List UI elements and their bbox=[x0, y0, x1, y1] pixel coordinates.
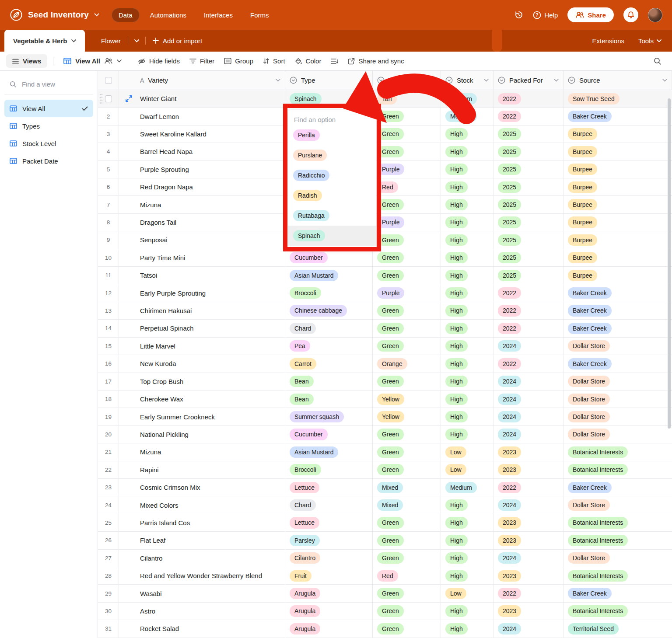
cell-stock[interactable]: High bbox=[441, 514, 494, 531]
row-number-cell[interactable]: 8 bbox=[98, 214, 119, 231]
cell-color[interactable]: Purple bbox=[373, 214, 441, 231]
tab-vegetable-herb[interactable]: Vegetable & Herb bbox=[4, 30, 85, 52]
cell-packed-for[interactable]: 2023 bbox=[494, 443, 564, 460]
cell-packed-for[interactable]: 2023 bbox=[494, 603, 564, 620]
cell-packed-for[interactable]: 2024 bbox=[494, 390, 564, 408]
add-or-import-button[interactable]: Add or import bbox=[146, 37, 209, 45]
cell-variety[interactable]: Purple Sprouting bbox=[119, 161, 285, 178]
cell-packed-for[interactable]: 2023 bbox=[494, 532, 564, 549]
cell-stock[interactable]: High bbox=[441, 373, 494, 390]
row-number-cell[interactable]: 14 bbox=[98, 320, 119, 337]
cell-stock[interactable]: High bbox=[441, 338, 494, 355]
row-number-cell[interactable]: 15 bbox=[98, 338, 119, 355]
row-number-cell[interactable]: 4 bbox=[98, 143, 119, 160]
cell-source[interactable]: Burpee bbox=[564, 126, 672, 143]
cell-packed-for[interactable]: 2022 bbox=[494, 108, 564, 125]
cell-color[interactable]: Mixed bbox=[373, 479, 441, 496]
row-number-cell[interactable]: 25 bbox=[98, 514, 119, 531]
cell-color[interactable]: Green bbox=[373, 426, 441, 443]
cell-color[interactable]: Tan bbox=[373, 90, 441, 107]
cell-source[interactable]: Burpee bbox=[564, 161, 672, 178]
cell-variety[interactable]: Wasabi bbox=[119, 585, 285, 602]
cell-source[interactable]: Burpee bbox=[564, 214, 672, 231]
cell-source[interactable]: Burpee bbox=[564, 267, 672, 284]
cell-packed-for[interactable]: 2022 bbox=[494, 284, 564, 301]
cell-packed-for[interactable]: 2025 bbox=[494, 249, 564, 266]
cell-color[interactable]: Green bbox=[373, 443, 441, 460]
cell-source[interactable]: Burpee bbox=[564, 143, 672, 160]
cell-packed-for[interactable]: 2023 bbox=[494, 567, 564, 584]
row-number-cell[interactable]: 24 bbox=[98, 496, 119, 513]
cell-type[interactable]: Arugula bbox=[285, 585, 373, 602]
cell-variety[interactable]: Little Marvel bbox=[119, 338, 285, 355]
cell-stock[interactable]: High bbox=[441, 126, 494, 143]
current-view-button[interactable]: View All bbox=[59, 55, 126, 67]
cell-type[interactable]: Cucumber bbox=[285, 426, 373, 443]
group-button[interactable]: Group bbox=[219, 55, 258, 67]
cell-variety[interactable]: Parris Island Cos bbox=[119, 514, 285, 531]
cell-color[interactable]: Green bbox=[373, 231, 441, 248]
column-header-packed-for[interactable]: Packed For bbox=[494, 71, 564, 90]
select-option-radicchio[interactable]: Radicchio bbox=[288, 165, 376, 185]
cell-color[interactable]: Green bbox=[373, 461, 441, 478]
cell-packed-for[interactable]: 2024 bbox=[494, 408, 564, 425]
cell-variety[interactable]: Mizuna bbox=[119, 196, 285, 213]
cell-packed-for[interactable]: 2024 bbox=[494, 496, 564, 513]
row-checkbox[interactable] bbox=[105, 95, 112, 102]
row-number-cell[interactable]: 22 bbox=[98, 461, 119, 478]
cell-color[interactable]: Yellow bbox=[373, 390, 441, 408]
column-header-variety[interactable]: AVariety bbox=[119, 71, 285, 90]
cell-source[interactable]: Botanical Interests bbox=[564, 567, 672, 584]
cell-source[interactable]: Burpee bbox=[564, 231, 672, 248]
row-number-cell[interactable]: 18 bbox=[98, 390, 119, 408]
cell-source[interactable]: Dollar Store bbox=[564, 390, 672, 408]
cell-type[interactable]: Lettuce bbox=[285, 479, 373, 496]
help-button[interactable]: ? Help bbox=[533, 11, 558, 19]
cell-type[interactable]: Pea bbox=[285, 338, 373, 355]
cell-variety[interactable]: Cilantro bbox=[119, 550, 285, 567]
row-number-cell[interactable]: 31 bbox=[98, 620, 119, 637]
cell-stock[interactable]: Low bbox=[441, 585, 494, 602]
search-button[interactable] bbox=[649, 55, 666, 68]
cell-stock[interactable]: High bbox=[441, 302, 494, 319]
cell-color[interactable]: Green bbox=[373, 550, 441, 567]
nav-item-forms[interactable]: Forms bbox=[243, 8, 276, 22]
cell-source[interactable]: Baker Creek bbox=[564, 585, 672, 602]
cell-packed-for[interactable]: 2025 bbox=[494, 126, 564, 143]
cell-stock[interactable]: Medium bbox=[441, 108, 494, 125]
cell-variety[interactable]: Winter Giant bbox=[119, 90, 285, 107]
cell-packed-for[interactable]: 2022 bbox=[494, 479, 564, 496]
cell-variety[interactable]: Rapini bbox=[119, 461, 285, 478]
select-option-perilla[interactable]: Perilla bbox=[288, 125, 376, 145]
cell-variety[interactable]: Senposai bbox=[119, 231, 285, 248]
cell-source[interactable]: Territorial Seed bbox=[564, 620, 672, 637]
cell-packed-for[interactable]: 2022 bbox=[494, 355, 564, 372]
cell-color[interactable]: Green bbox=[373, 514, 441, 531]
row-height-button[interactable] bbox=[326, 56, 343, 67]
cell-packed-for[interactable]: 2024 bbox=[494, 550, 564, 567]
cell-variety[interactable]: Party Time Mini bbox=[119, 249, 285, 266]
column-header-color[interactable]: Color bbox=[373, 71, 441, 90]
filter-button[interactable]: Filter bbox=[185, 55, 219, 67]
cell-stock[interactable]: High bbox=[441, 496, 494, 513]
cell-type[interactable]: Spinach bbox=[285, 90, 373, 107]
nav-item-automations[interactable]: Automations bbox=[143, 8, 193, 22]
row-number-cell[interactable]: 23 bbox=[98, 479, 119, 496]
cell-stock[interactable]: High bbox=[441, 161, 494, 178]
cell-source[interactable]: Baker Creek bbox=[564, 284, 672, 301]
cell-source[interactable]: Dollar Store bbox=[564, 408, 672, 425]
cell-packed-for[interactable]: 2024 bbox=[494, 426, 564, 443]
cell-variety[interactable]: Rocket Salad bbox=[119, 620, 285, 637]
cell-source[interactable]: Botanical Interests bbox=[564, 443, 672, 460]
cell-variety[interactable]: Red Dragon Napa bbox=[119, 178, 285, 195]
cell-stock[interactable]: Low bbox=[441, 461, 494, 478]
cell-type[interactable]: Chard bbox=[285, 496, 373, 513]
drag-handle-icon[interactable] bbox=[99, 93, 103, 105]
cell-type[interactable]: Lettuce bbox=[285, 514, 373, 531]
cell-variety[interactable]: Perpetual Spinach bbox=[119, 320, 285, 337]
cell-color[interactable]: Red bbox=[373, 178, 441, 195]
hide-fields-button[interactable]: Hide fields bbox=[133, 55, 185, 67]
cell-packed-for[interactable]: 2023 bbox=[494, 461, 564, 478]
select-all-checkbox[interactable] bbox=[105, 77, 112, 84]
cell-stock[interactable]: High bbox=[441, 214, 494, 231]
